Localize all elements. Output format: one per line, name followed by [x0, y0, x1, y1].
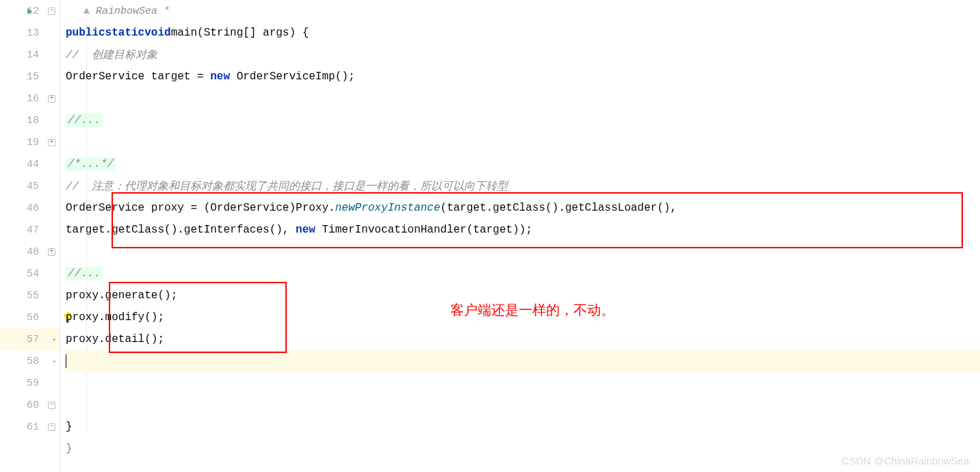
code-line[interactable]: // 注意：代理对象和目标对象都实现了共同的接口，接口是一样的看，所以可以向下转…: [66, 175, 980, 197]
line-number[interactable]: 47: [0, 219, 60, 241]
arrow-icon[interactable]: ▸: [53, 335, 57, 343]
author-icon: ▲: [83, 5, 96, 17]
folded-region[interactable]: /*...*/: [66, 157, 116, 171]
code-line[interactable]: }: [66, 416, 980, 438]
code-text: proxy.modify();: [66, 311, 164, 324]
code-content[interactable]: ▲ RainbowSea * public static void main(S…: [60, 0, 980, 472]
line-number[interactable]: 13: [0, 22, 60, 44]
fold-icon[interactable]: −: [48, 402, 55, 409]
line-number[interactable]: 45: [0, 175, 60, 197]
code-text: OrderService target =: [66, 70, 210, 83]
line-num-text: 60: [27, 399, 39, 411]
line-number[interactable]: 14: [0, 44, 60, 66]
line-num-text: 47: [27, 224, 39, 236]
line-num-text: 54: [27, 268, 39, 280]
text-cursor: [66, 354, 66, 368]
line-num-text: 57: [27, 334, 39, 345]
line-num-text: 56: [27, 312, 39, 324]
code-line[interactable]: [66, 372, 980, 394]
annotation-label: 客户端还是一样的，不动。: [450, 301, 615, 319]
line-number[interactable]: 55: [0, 285, 60, 306]
code-editor[interactable]: 12 ▶ − 13 14 15 16 + 18 19 + 44 45 46 47…: [0, 0, 980, 472]
code-line[interactable]: [66, 241, 980, 263]
line-number[interactable]: 61 −: [0, 416, 60, 438]
line-number[interactable]: 46: [0, 197, 60, 219]
code-line[interactable]: OrderService proxy = (OrderService)Proxy…: [66, 197, 980, 219]
line-number[interactable]: 57 ▸: [0, 328, 60, 350]
editor-gutter: 12 ▶ − 13 14 15 16 + 18 19 + 44 45 46 47…: [0, 0, 60, 472]
code-line[interactable]: OrderService target = new OrderServiceIm…: [66, 66, 980, 88]
line-num-text: 59: [27, 378, 39, 389]
code-text: proxy.generate();: [66, 289, 177, 302]
line-num-text: 45: [27, 181, 39, 192]
line-numbers: 12 ▶ − 13 14 15 16 + 18 19 + 44 45 46 47…: [0, 0, 60, 438]
code-line[interactable]: // 创建目标对象: [66, 44, 980, 66]
line-number[interactable]: 15: [0, 66, 60, 88]
code-text: (target.getClass().getClassLoader(),: [440, 202, 677, 214]
code-line[interactable]: //...: [66, 263, 980, 285]
code-line[interactable]: //...: [66, 109, 980, 131]
line-number[interactable]: 18: [0, 109, 60, 131]
keyword: void: [144, 27, 170, 39]
code-line[interactable]: [66, 88, 980, 109]
code-text: TimerInvocationHandler(target));: [315, 224, 532, 236]
line-num-text: 61: [27, 421, 39, 433]
line-number[interactable]: 19 +: [0, 131, 60, 153]
line-num-text: 13: [27, 27, 39, 39]
method-call: newProxyInstance: [335, 202, 441, 214]
method-name: main: [171, 27, 197, 39]
line-num-text: 19: [27, 137, 39, 148]
line-number[interactable]: 16 +: [0, 88, 60, 109]
keyword: new: [210, 70, 230, 83]
brace: }: [66, 443, 73, 455]
line-number[interactable]: 60 −: [0, 394, 60, 416]
line-number[interactable]: 48 +: [0, 241, 60, 263]
line-number[interactable]: 59: [0, 372, 60, 394]
code-text: target.getClass().getInterfaces(),: [66, 224, 296, 236]
line-num-text: 16: [27, 93, 39, 105]
line-num-text: 48: [27, 246, 39, 258]
keyword: static: [105, 27, 145, 39]
code-text: OrderService proxy = (OrderService)Proxy…: [66, 202, 335, 214]
line-num-text: 55: [27, 290, 39, 302]
comment: // 创建目标对象: [66, 48, 157, 62]
code-line[interactable]: target.getClass().getInterfaces(), new T…: [66, 219, 980, 241]
line-number[interactable]: 12 ▶ −: [0, 0, 60, 22]
comment: // 注意：代理对象和目标对象都实现了共同的接口，接口是一样的看，所以可以向下转…: [66, 179, 508, 194]
keyword: new: [296, 224, 315, 236]
line-number[interactable]: 56 💡: [0, 306, 60, 328]
code-text: proxy.detail();: [66, 333, 164, 345]
fold-icon[interactable]: −: [48, 423, 55, 431]
line-num-text: 44: [27, 159, 39, 170]
expand-icon[interactable]: +: [48, 248, 55, 256]
code-line[interactable]: proxy.detail();: [66, 328, 980, 350]
expand-icon[interactable]: +: [48, 95, 55, 103]
code-line[interactable]: public static void main(String[] args) {: [66, 22, 980, 44]
arrow-icon[interactable]: ▸: [53, 357, 57, 365]
line-num-text: 15: [27, 71, 39, 83]
code-text: OrderServiceImp();: [230, 70, 354, 83]
code-line[interactable]: ▲ RainbowSea *: [66, 0, 980, 22]
line-number[interactable]: 44: [0, 153, 60, 175]
watermark: CSDN @ChinaRainbowSea: [842, 455, 969, 467]
brace: }: [66, 421, 73, 433]
expand-icon[interactable]: +: [48, 139, 55, 146]
author-label: RainbowSea *: [96, 5, 170, 17]
code-line[interactable]: [66, 394, 980, 416]
line-number[interactable]: 54: [0, 263, 60, 285]
params: (String[] args) {: [197, 27, 309, 39]
fold-icon[interactable]: −: [48, 8, 55, 15]
run-icon[interactable]: ▶: [27, 5, 33, 16]
keyword: public: [66, 27, 105, 39]
line-num-text: 46: [27, 202, 39, 214]
code-line-active[interactable]: [66, 350, 980, 372]
code-line[interactable]: [66, 131, 980, 153]
line-number[interactable]: 58 ▸: [0, 350, 60, 372]
folded-region[interactable]: //...: [66, 267, 103, 280]
line-num-text: 14: [27, 49, 39, 61]
line-num-text: 58: [27, 356, 39, 367]
folded-region[interactable]: //...: [66, 114, 103, 127]
code-line[interactable]: /*...*/: [66, 153, 980, 175]
line-num-text: 18: [27, 115, 39, 127]
